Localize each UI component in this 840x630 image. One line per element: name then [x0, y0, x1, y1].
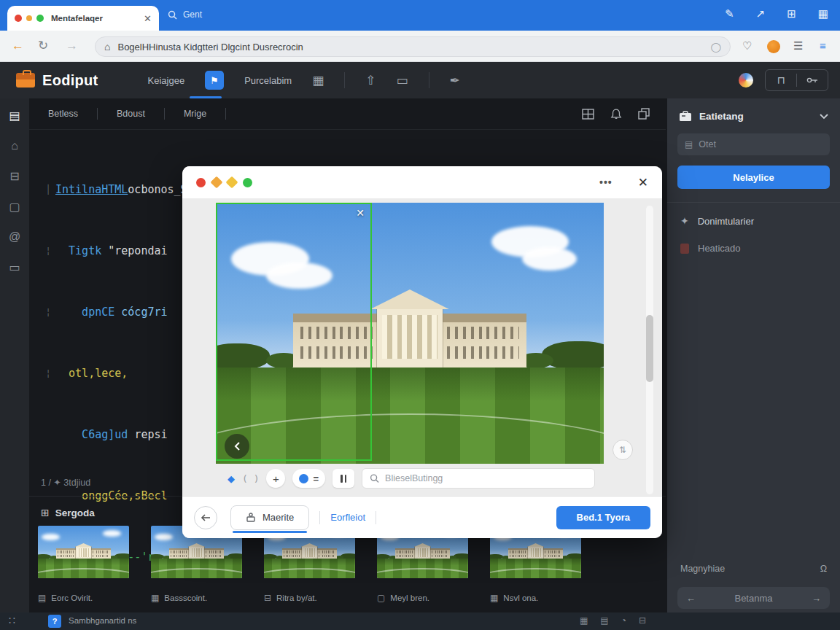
- nav-active-tile[interactable]: ⚑: [205, 71, 224, 90]
- back-button[interactable]: [194, 506, 217, 529]
- diamond-icon[interactable]: ◆: [228, 473, 235, 484]
- editor-tab-3[interactable]: Mrige: [165, 109, 225, 119]
- pen-icon[interactable]: ✎: [725, 7, 734, 20]
- brackets-icon[interactable]: ( ): [242, 473, 259, 484]
- spark-icon: ✦: [680, 215, 689, 227]
- folder-icon[interactable]: ⊟: [9, 169, 19, 183]
- gutter: [41, 424, 55, 445]
- materials-tab-button[interactable]: Maerite: [230, 505, 309, 530]
- box-icon[interactable]: ⊟: [639, 615, 646, 626]
- key-icon[interactable]: [797, 77, 828, 84]
- clock-icon[interactable]: ◔: [621, 615, 626, 626]
- reload-icon[interactable]: ↻: [38, 39, 48, 53]
- traffic-yellow-icon[interactable]: [26, 15, 32, 21]
- window-icon[interactable]: ⊞: [787, 7, 796, 20]
- red-tag-icon: [680, 244, 689, 254]
- gallery-item[interactable]: ▤Eorc Ovirit.: [38, 526, 129, 603]
- nav-item-1[interactable]: Keiajgee: [148, 75, 185, 86]
- calendar-icon[interactable]: ▦: [312, 73, 324, 88]
- more-icon[interactable]: •••: [599, 176, 612, 188]
- copy-icon[interactable]: [638, 108, 650, 120]
- tab-close-icon[interactable]: ✕: [144, 13, 152, 24]
- square-icon[interactable]: ▢: [9, 200, 20, 214]
- prev-image-button[interactable]: [225, 434, 249, 459]
- secondary-link[interactable]: Eorfleiot: [330, 512, 365, 523]
- grid-icon[interactable]: ▦: [580, 615, 588, 626]
- dot-green-icon[interactable]: [243, 178, 252, 187]
- url-text[interactable]: BogelHHinusta Kidgtteri Dlgcint Dusrecro…: [117, 42, 703, 52]
- upload-icon[interactable]: ⇧: [365, 73, 376, 88]
- headset-icon[interactable]: Ω: [820, 564, 827, 574]
- avatar[interactable]: [767, 40, 780, 53]
- sort-toggle-button[interactable]: ⇅: [612, 440, 633, 460]
- editor-tab-2[interactable]: Bdoust: [98, 109, 164, 119]
- blue-dot-icon: [299, 474, 308, 483]
- table-icon[interactable]: [582, 109, 594, 120]
- dialog-search[interactable]: [362, 468, 595, 489]
- sidebar-primary-button[interactable]: Nelaylice: [677, 166, 830, 189]
- app-brand: Eodiput: [42, 72, 98, 89]
- tab-title: Mentafelaqer: [51, 14, 139, 23]
- dot-red-icon[interactable]: [196, 178, 206, 187]
- chevron-left-icon: [233, 441, 241, 451]
- thumbnail-image[interactable]: [38, 526, 129, 578]
- list-icon[interactable]: ▤: [600, 615, 608, 626]
- traffic-red-icon[interactable]: [15, 15, 22, 22]
- keyboard-icon[interactable]: ▦: [818, 7, 828, 20]
- heart-icon[interactable]: ♡: [742, 39, 752, 52]
- close-icon[interactable]: ✕: [638, 175, 648, 190]
- scrollbar-thumb[interactable]: [646, 315, 653, 382]
- bell-icon[interactable]: [610, 108, 622, 120]
- add-button[interactable]: +: [266, 469, 285, 488]
- sidebar-item-1[interactable]: ✦ Donimtularier: [667, 207, 840, 235]
- box-icon: ⊟: [264, 593, 271, 603]
- chat-square-icon[interactable]: ▭: [9, 260, 20, 274]
- back-icon[interactable]: ←: [12, 39, 24, 53]
- browser-tab-active[interactable]: Mentafelaqer ✕: [7, 6, 159, 31]
- diamond-yellow-icon[interactable]: [226, 176, 238, 189]
- sidebar-item-2[interactable]: Heaticado: [667, 235, 840, 262]
- forward-icon[interactable]: →: [66, 39, 78, 53]
- footer-label: Magnyhiae: [680, 564, 725, 574]
- nav-item-2[interactable]: Purcelabim: [244, 75, 292, 86]
- dialog-search-input[interactable]: [385, 473, 587, 483]
- app-toolbar: Eodiput Keiajgee ⚑ Purcelabim ▦ ⇧ ▭ ✒ ⊓: [0, 62, 840, 98]
- confirm-button[interactable]: Bed.1 Tyora: [556, 506, 650, 529]
- traffic-green-icon[interactable]: [36, 15, 44, 22]
- divider: [319, 511, 320, 524]
- editor-tab-actions: [582, 108, 650, 120]
- frame-icon[interactable]: ⊓: [766, 74, 796, 86]
- url-field[interactable]: ⌂ BogelHHinusta Kidgtteri Dlgcint Dusrec…: [95, 36, 731, 57]
- home-lock-icon[interactable]: ⌂: [11, 139, 18, 152]
- sidebar-pager[interactable]: ← Betanma →: [677, 587, 830, 609]
- send-icon[interactable]: ↗: [756, 7, 766, 20]
- sidebar-search-input[interactable]: [699, 139, 822, 149]
- help-circle-icon[interactable]: @: [9, 230, 20, 244]
- sidebar-search[interactable]: ▤: [677, 133, 830, 155]
- help-badge[interactable]: ?: [48, 615, 61, 628]
- signature-icon[interactable]: ✒: [450, 73, 460, 88]
- crop-close-icon[interactable]: ✕: [356, 207, 365, 219]
- chevron-down-icon[interactable]: [820, 114, 828, 120]
- sidebar-header[interactable]: Eatietang: [667, 98, 840, 131]
- prev-arrow-icon[interactable]: ←: [686, 593, 696, 604]
- blue-menu-icon[interactable]: ≡: [820, 39, 826, 52]
- flag-icon: ⚑: [210, 75, 219, 86]
- browser-tab-search[interactable]: Gent: [168, 9, 202, 20]
- chat-icon[interactable]: ▭: [396, 73, 408, 88]
- circle-icon[interactable]: ◯: [710, 42, 721, 52]
- menu-icon[interactable]: ☰: [793, 39, 803, 52]
- pause-button[interactable]: [332, 469, 354, 488]
- home-icon[interactable]: ⌂: [104, 41, 110, 52]
- grid-dots-icon[interactable]: ∷: [9, 615, 17, 626]
- next-arrow-icon[interactable]: →: [812, 593, 821, 604]
- briefcase-icon: [679, 111, 692, 122]
- diamond-orange-icon[interactable]: [211, 176, 223, 189]
- arrow-left-icon: [201, 513, 211, 522]
- list-icon[interactable]: ▤: [9, 109, 20, 122]
- editor-tab-1[interactable]: Betless: [29, 109, 97, 119]
- globe-icon[interactable]: [739, 73, 753, 88]
- color-equals-control[interactable]: =: [292, 469, 325, 488]
- dialog-titlebar: ••• ✕: [182, 166, 662, 198]
- crop-region[interactable]: ✕: [216, 203, 372, 461]
